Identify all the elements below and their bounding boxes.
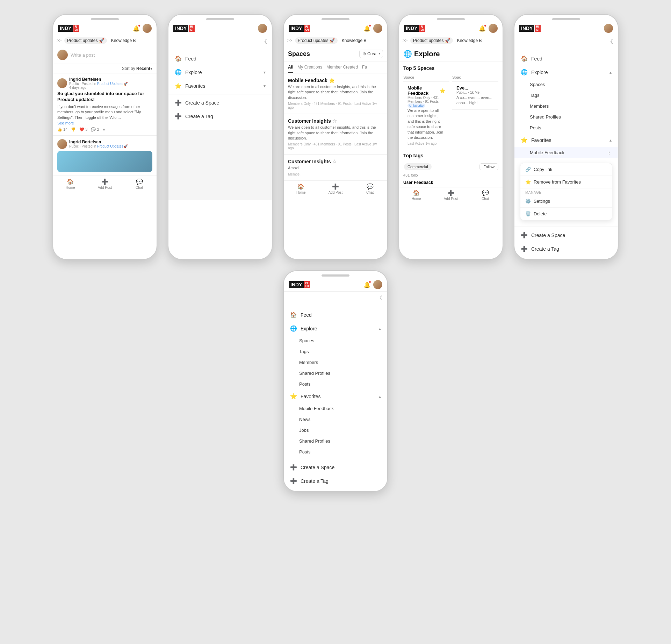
sub-item-members-6[interactable]: Members [284, 357, 387, 368]
tab-knowledge-4[interactable]: Knowledge B [454, 37, 485, 44]
post-space-link-2[interactable]: Product Updates [97, 144, 123, 148]
nav-menu-6: 🏠 Feed 🌐 Explore ▴ Spaces Tags Members S… [284, 305, 387, 491]
tag-chip-commercial[interactable]: Commercial [404, 163, 432, 170]
tab-product-updates[interactable]: Product updates 🚀 [64, 37, 107, 44]
fav-sub-jobs-6[interactable]: Jobs [284, 425, 387, 436]
dislike-action[interactable]: 👎 [71, 127, 76, 132]
explore-chevron-icon: ▾ [264, 70, 266, 75]
tabs-arrows-3[interactable]: >> [287, 38, 292, 43]
create-space-button[interactable]: ⊕ Create [359, 50, 383, 58]
tabs-arrows-4[interactable]: >> [403, 38, 407, 43]
nav-add-post[interactable]: ➕ Add Post [88, 178, 122, 189]
nav-chat-3[interactable]: 💬 Chat [353, 183, 387, 194]
sub-item-spaces-6[interactable]: Spaces [284, 335, 387, 346]
menu-item-create-space-5[interactable]: ➕ Create a Space [514, 228, 618, 242]
nav-chat-4[interactable]: 💬 Chat [468, 189, 503, 201]
sub-item-tags[interactable]: Tags [514, 90, 618, 101]
sub-item-posts[interactable]: Posts [514, 122, 618, 133]
nav-chat[interactable]: 💬 Chat [122, 178, 157, 189]
avatar-2[interactable] [258, 24, 267, 33]
notification-bell-icon-4[interactable]: 🔔 [479, 25, 486, 32]
menu-item-explore-5[interactable]: 🌐 Explore ▴ [514, 65, 618, 79]
avatar-5[interactable] [604, 24, 613, 33]
context-delete[interactable]: 🗑️ Delete [520, 208, 612, 220]
sub-item-tags-6[interactable]: Tags [284, 346, 387, 357]
menu-item-create-tag[interactable]: ➕ Create a Tag [168, 109, 272, 123]
space-card-meta-3: Membe... [288, 172, 383, 176]
sub-item-members[interactable]: Members [514, 101, 618, 112]
menu-item-feed-6[interactable]: 🏠 Feed [284, 308, 387, 322]
tab-knowledge[interactable]: Knowledge B [108, 37, 139, 44]
fav-options-icon[interactable]: ⋮ [607, 150, 612, 155]
spaces-tab-member-created[interactable]: Member Created [326, 62, 358, 73]
fav-sub-mobile-feedback-6[interactable]: Mobile Feedback [284, 403, 387, 414]
context-settings[interactable]: ⚙️ Settings [520, 195, 612, 208]
post-avatar-2 [57, 139, 67, 149]
follow-button[interactable]: Follow [479, 163, 498, 170]
like-action[interactable]: 👍 14 [57, 127, 67, 132]
tab-product-updates-4[interactable]: Product updates 🚀 [410, 37, 453, 44]
tab-knowledge-3[interactable]: Knowledge B [339, 37, 369, 44]
tabs-bar-4: >> Product updates 🚀 Knowledge B [399, 35, 503, 46]
nav-home[interactable]: 🏠 Home [53, 178, 88, 189]
spaces-tab-all[interactable]: All [288, 62, 293, 73]
post-space-link[interactable]: Product Updates [97, 82, 123, 86]
avatar-4[interactable] [489, 24, 498, 33]
notification-bell-icon-6[interactable]: 🔔 [363, 281, 370, 288]
menu-item-favorites-5[interactable]: ⭐ Favorites ▴ [514, 133, 618, 147]
post-time: 4 days ago [69, 86, 152, 90]
menu-item-create-tag-5[interactable]: ➕ Create a Tag [514, 242, 618, 256]
menu-item-feed[interactable]: 🏠 Feed [168, 52, 272, 65]
nav-add-post-3[interactable]: ➕ Add Post [318, 183, 353, 194]
nav-home-4[interactable]: 🏠 Home [399, 189, 434, 201]
spaces-tab-my-creations[interactable]: My Creations [297, 62, 322, 73]
close-menu-icon-6[interactable]: 《 [377, 294, 382, 302]
compose-input[interactable]: Write a post [71, 52, 152, 58]
close-menu-icon-5[interactable]: 《 [607, 38, 613, 45]
avatar[interactable] [143, 24, 152, 33]
menu-item-explore[interactable]: 🌐 Explore ▾ [168, 65, 272, 79]
logo-indy-5: INDY [519, 25, 534, 32]
menu-item-feed-5[interactable]: 🏠 Feed [514, 52, 618, 65]
sort-value[interactable]: Recent [135, 66, 150, 71]
fav-sub-posts-6[interactable]: Posts [284, 446, 387, 457]
tab-product-updates-3[interactable]: Product updates 🚀 [295, 37, 338, 44]
menu-item-favorites[interactable]: ⭐ Favorites ▾ [168, 79, 272, 93]
context-remove-favorites[interactable]: ⭐ Remove from Favorites [520, 176, 612, 188]
more-action[interactable]: ≡ [103, 127, 105, 131]
notification-bell-icon-3[interactable]: 🔔 [363, 25, 370, 32]
context-copy-link[interactable]: 🔗 Copy link [520, 163, 612, 176]
close-menu-icon[interactable]: 《 [261, 38, 267, 45]
fav-sub-news-6[interactable]: News [284, 414, 387, 425]
menu-item-create-space-6[interactable]: ➕ Create a Space [284, 460, 387, 474]
heart-action[interactable]: ❤️ 3 [79, 127, 87, 132]
settings-icon: ⚙️ [525, 199, 531, 204]
see-more-link[interactable]: See more [57, 121, 152, 125]
spaces-tab-fa[interactable]: Fa [362, 62, 367, 73]
remove-favorites-icon: ⭐ [525, 179, 531, 185]
unfavorite-badge[interactable]: Unfavorite [407, 103, 425, 108]
nav-add-post-4[interactable]: ➕ Add Post [434, 189, 468, 201]
sub-item-shared-profiles-6[interactable]: Shared Profiles [284, 368, 387, 379]
fav-sub-shared-profiles-6[interactable]: Shared Profiles [284, 436, 387, 446]
sub-item-posts-6[interactable]: Posts [284, 379, 387, 389]
create-space-icon-5: ➕ [521, 232, 528, 238]
sub-item-spaces[interactable]: Spaces [514, 79, 618, 90]
favorites-chevron-icon-6: ▴ [379, 394, 381, 399]
menu-item-create-tag-6[interactable]: ➕ Create a Tag [284, 474, 387, 488]
avatar-6[interactable] [373, 280, 382, 289]
explore-space-meta-2: Publi... · 1k Me... [456, 91, 494, 94]
menu-item-favorites-6[interactable]: ⭐ Favorites ▴ [284, 389, 387, 403]
tabs-arrows[interactable]: >> [57, 38, 62, 43]
nav-home-3[interactable]: 🏠 Home [284, 183, 318, 194]
sub-item-shared-profiles[interactable]: Shared Profiles [514, 112, 618, 122]
notification-bell-icon[interactable]: 🔔 [133, 25, 140, 32]
menu-item-create-space[interactable]: ➕ Create a Space [168, 96, 272, 109]
avatar-3[interactable] [373, 24, 382, 33]
chat-icon-3: 💬 [367, 183, 374, 190]
explore-space-meta-1: Members Only · 431 Members · 91 Posts Un… [407, 96, 445, 107]
fav-item-mobile-feedback[interactable]: Mobile Feedback ⋮ [514, 147, 618, 158]
menu-item-explore-6[interactable]: 🌐 Explore ▴ [284, 322, 387, 335]
space-card-meta-1: Members Only · 431 Members · 91 Posts · … [288, 102, 383, 109]
comment-action[interactable]: 💬 2 [91, 127, 99, 132]
